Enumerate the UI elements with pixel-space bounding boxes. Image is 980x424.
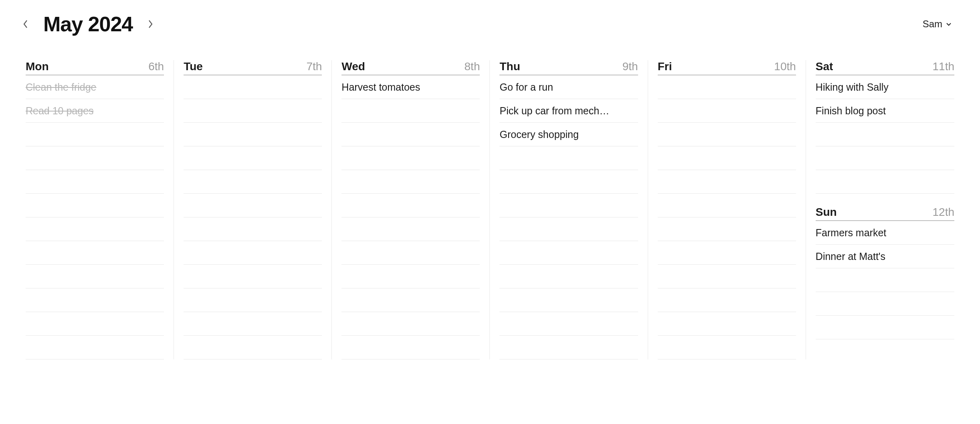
task-row[interactable] (816, 316, 954, 339)
task-row[interactable] (499, 336, 638, 359)
task-row[interactable] (658, 194, 796, 217)
task-row[interactable]: Finish blog post (816, 99, 954, 123)
day-date: 11th (932, 60, 954, 73)
task-row[interactable] (499, 288, 638, 312)
task-row[interactable] (341, 265, 480, 288)
task-row[interactable] (26, 288, 164, 312)
task-row[interactable] (658, 99, 796, 123)
task-row[interactable] (26, 217, 164, 241)
day-name: Thu (499, 60, 520, 73)
day-block: Sat11thHiking with SallyFinish blog post (816, 60, 954, 194)
task-row[interactable] (184, 336, 322, 359)
task-row[interactable] (26, 170, 164, 194)
task-row[interactable]: Go for a run (499, 75, 638, 99)
task-row[interactable] (341, 217, 480, 241)
task-row[interactable] (341, 194, 480, 217)
task-row[interactable]: Pick up car from mech… (499, 99, 638, 123)
prev-month-button[interactable] (20, 18, 31, 30)
task-row[interactable] (341, 312, 480, 336)
chevron-right-icon (148, 19, 153, 29)
task-row[interactable]: Hiking with Sally (816, 75, 954, 99)
task-row[interactable] (658, 336, 796, 359)
task-row[interactable] (26, 265, 164, 288)
task-row[interactable] (341, 146, 480, 170)
day-block: Wed8thHarvest tomatoes (341, 60, 480, 359)
task-row[interactable] (816, 123, 954, 146)
day-block: Mon6thClean the fridgeRead 10 pages (26, 60, 164, 359)
task-row[interactable] (658, 241, 796, 265)
task-row[interactable] (658, 288, 796, 312)
task-row[interactable] (499, 146, 638, 170)
task-row[interactable] (499, 265, 638, 288)
task-label: Go for a run (499, 81, 638, 93)
week-grid: Mon6thClean the fridgeRead 10 pagesTue7t… (16, 60, 964, 359)
task-row[interactable]: Farmers market (816, 221, 954, 245)
task-row[interactable] (658, 146, 796, 170)
user-menu[interactable]: Sam (923, 18, 960, 30)
task-row[interactable] (658, 265, 796, 288)
task-row[interactable] (499, 194, 638, 217)
task-row[interactable] (499, 217, 638, 241)
task-row[interactable] (184, 194, 322, 217)
day-name: Fri (658, 60, 672, 73)
month-title: May 2024 (43, 12, 133, 36)
task-row[interactable] (816, 146, 954, 170)
day-column: Fri10th (648, 60, 806, 359)
task-row[interactable]: Dinner at Matt's (816, 245, 954, 268)
task-row[interactable] (341, 99, 480, 123)
day-column: Tue7th (174, 60, 332, 359)
task-row[interactable] (184, 146, 322, 170)
chevron-down-icon (946, 21, 952, 27)
task-row[interactable] (499, 312, 638, 336)
next-month-button[interactable] (145, 18, 156, 30)
task-row[interactable] (499, 170, 638, 194)
task-row[interactable] (184, 123, 322, 146)
task-row[interactable] (658, 123, 796, 146)
task-row[interactable]: Harvest tomatoes (341, 75, 480, 99)
task-row[interactable] (184, 170, 322, 194)
day-date: 7th (306, 60, 322, 73)
task-row[interactable] (184, 265, 322, 288)
day-column: Mon6thClean the fridgeRead 10 pages (16, 60, 174, 359)
task-label: Read 10 pages (26, 105, 164, 117)
task-row[interactable] (184, 99, 322, 123)
task-row[interactable] (184, 312, 322, 336)
task-row[interactable]: Clean the fridge (26, 75, 164, 99)
task-row[interactable] (26, 312, 164, 336)
day-date: 9th (622, 60, 638, 73)
task-row[interactable] (184, 75, 322, 99)
chevron-left-icon (23, 19, 28, 29)
task-row[interactable] (658, 75, 796, 99)
task-row[interactable] (816, 170, 954, 194)
task-row[interactable] (26, 241, 164, 265)
task-row[interactable] (658, 170, 796, 194)
task-row[interactable] (341, 170, 480, 194)
task-row[interactable] (184, 288, 322, 312)
header-left: May 2024 (20, 12, 156, 36)
task-label: Finish blog post (816, 105, 954, 117)
task-label: Farmers market (816, 227, 954, 239)
task-row[interactable]: Read 10 pages (26, 99, 164, 123)
day-block: Thu9thGo for a runPick up car from mech…… (499, 60, 638, 359)
task-row[interactable] (816, 268, 954, 292)
task-row[interactable] (341, 241, 480, 265)
task-row[interactable] (816, 292, 954, 316)
task-row[interactable] (26, 194, 164, 217)
task-row[interactable] (499, 241, 638, 265)
task-row[interactable] (26, 123, 164, 146)
task-row[interactable] (26, 336, 164, 359)
task-row[interactable] (341, 123, 480, 146)
task-row[interactable] (184, 217, 322, 241)
task-row[interactable] (658, 312, 796, 336)
day-name: Tue (184, 60, 203, 73)
task-row[interactable]: Grocery shopping (499, 123, 638, 146)
task-row[interactable] (341, 336, 480, 359)
task-row[interactable] (184, 241, 322, 265)
day-block: Fri10th (658, 60, 796, 359)
day-date: 6th (148, 60, 164, 73)
task-row[interactable] (341, 288, 480, 312)
day-header: Tue7th (184, 60, 322, 75)
day-name: Mon (26, 60, 49, 73)
task-row[interactable] (26, 146, 164, 170)
task-row[interactable] (658, 217, 796, 241)
